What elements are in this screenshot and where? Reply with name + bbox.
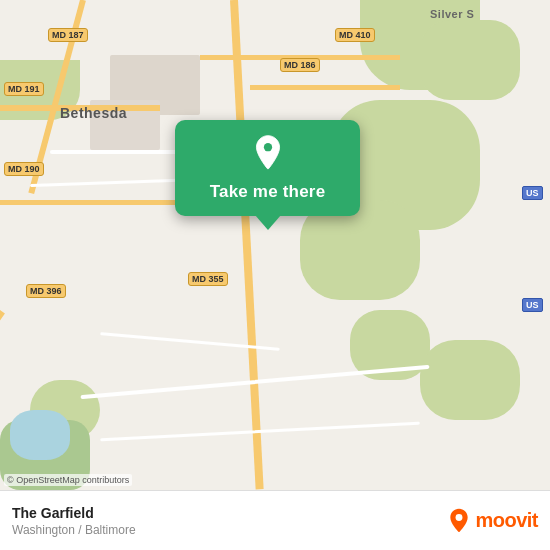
badge-md187: MD 187 — [48, 28, 88, 42]
moovit-pin-icon — [446, 508, 472, 534]
silver-spring-label: Silver S — [430, 8, 474, 20]
badge-md190: MD 190 — [4, 162, 44, 176]
badge-us2: US — [522, 298, 543, 312]
bethesda-label: Bethesda — [60, 105, 127, 121]
badge-md186: MD 186 — [280, 58, 320, 72]
park-area-7 — [420, 340, 520, 420]
badge-md355: MD 355 — [188, 272, 228, 286]
badge-us1: US — [522, 186, 543, 200]
badge-md396: MD 396 — [26, 284, 66, 298]
road-md186 — [250, 85, 400, 90]
location-pin-icon — [249, 134, 287, 172]
road-md190 — [0, 200, 200, 205]
badge-md191: MD 191 — [4, 82, 44, 96]
map-container: Bethesda Silver S MD 187 MD 410 MD 191 M… — [0, 0, 550, 490]
copyright-text: © OpenStreetMap contributors — [4, 474, 132, 486]
popup-card: Take me there — [175, 120, 360, 216]
location-title: The Garfield — [12, 505, 446, 521]
badge-md410: MD 410 — [335, 28, 375, 42]
svg-point-0 — [263, 143, 271, 151]
park-area-3 — [420, 20, 520, 100]
take-me-there-button[interactable]: Take me there — [210, 182, 326, 202]
svg-point-1 — [456, 514, 463, 521]
moovit-text: moovit — [475, 509, 538, 532]
water-area — [10, 410, 70, 460]
bottom-bar-info: The Garfield Washington / Baltimore — [12, 505, 446, 537]
location-subtitle: Washington / Baltimore — [12, 523, 446, 537]
moovit-logo[interactable]: moovit — [446, 508, 538, 534]
bottom-bar: The Garfield Washington / Baltimore moov… — [0, 490, 550, 550]
